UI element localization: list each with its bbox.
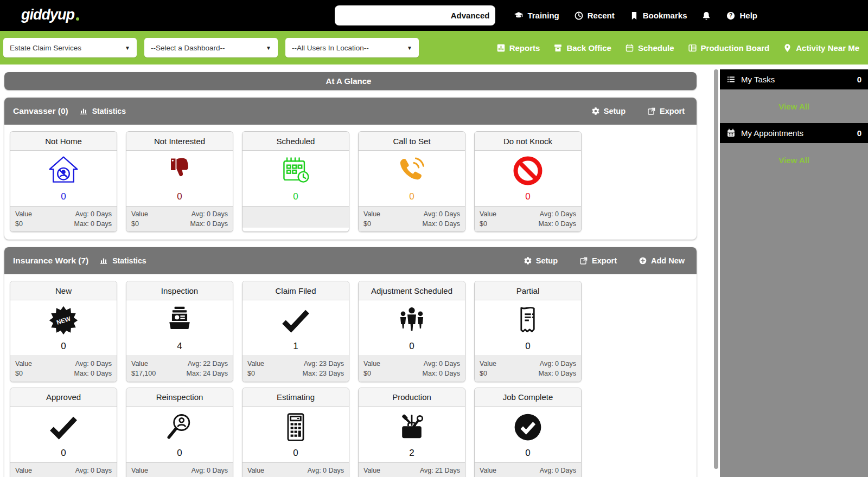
filter-nav-activity-near-me[interactable]: Activity Near Me [783,43,859,53]
stats-icon [99,256,108,265]
action-label: Setup [604,107,626,115]
setup-button[interactable]: Setup [524,256,558,265]
export-button[interactable]: Export [579,256,617,265]
card-title: Not Interested [126,132,233,151]
svg-text:?: ? [729,12,732,18]
card-job-complete[interactable]: Job Complete0ValueAvg: 0 Days [474,388,582,477]
view-all-link-my-appointments[interactable]: View All [720,143,868,177]
setup-button[interactable]: Setup [591,107,626,115]
advanced-search-button[interactable]: Advanced [448,11,490,20]
graduation-cap-icon [514,11,524,21]
card-count: 0 [409,341,414,352]
card-value: Value [363,466,380,477]
value-amount: $0 [15,220,23,228]
card-claim-filed[interactable]: Claim Filed1Value$0Avg: 23 DaysMax: 23 D… [242,281,349,382]
card-adjustment-scheduled[interactable]: Adjustment Scheduled0Value$0Avg: 0 DaysM… [358,281,465,382]
main-scrollbar[interactable] [714,69,718,469]
filter-nav-reports[interactable]: Reports [496,43,540,53]
card-days: Avg: 0 DaysMax: 0 Days [539,359,576,378]
client-select[interactable]: Estate Claim Services▼ [3,38,137,57]
card-days: Avg: 0 DaysMax: 0 Days [74,466,112,477]
card-footer [242,206,349,228]
action-label: Export [660,107,685,115]
brand-logo[interactable]: giddyup [21,8,79,23]
card-footer: Value$0Avg: 0 DaysMax: 0 Days [475,206,581,231]
card-not-home[interactable]: Not Home0Value$0Avg: 0 DaysMax: 0 Days [10,131,117,232]
max-days: Max: 0 Days [423,370,460,377]
card-footer: Value$0Avg: 0 DaysMax: 0 Days [359,206,465,231]
card-count: 0 [525,341,530,352]
export-icon [647,107,656,115]
filter-nav-schedule[interactable]: Schedule [625,43,674,53]
no-entry-icon [512,154,544,187]
card-body: 0 [475,407,581,462]
panel-actions: SetupExport [591,107,685,115]
chevron-down-icon: ▼ [266,45,271,51]
card-body: 0 [475,151,581,206]
card-count: 0 [293,448,298,459]
sidebar-count: 0 [857,128,861,138]
dashboard-select[interactable]: --Select a Dashboard--▼ [144,38,278,57]
max-days: Max: 0 Days [74,370,112,377]
max-days: Max: 0 Days [539,220,576,228]
card-estimating[interactable]: Estimating0ValueAvg: 0 Days [242,388,349,477]
card-body: 1 [242,300,349,356]
top-nav-bell-icon[interactable] [701,11,711,21]
search-box: Advanced [335,5,495,25]
sidebar-title: My Tasks [741,75,775,84]
card-title: Call to Set [359,132,465,151]
avg-days: Avg: 0 Days [540,210,576,218]
card-value: Value$0 [131,209,148,229]
card-new[interactable]: NewNEW0Value$0Avg: 0 DaysMax: 0 Days [10,281,117,382]
card-footer: ValueAvg: 0 Days [126,462,233,477]
statistics-toggle[interactable]: Statistics [99,256,146,265]
card-do-not-knock[interactable]: Do not Knock0Value$0Avg: 0 DaysMax: 0 Da… [474,131,582,232]
top-nav-training[interactable]: Training [514,11,559,21]
card-call-to-set[interactable]: Call to Set0Value$0Avg: 0 DaysMax: 0 Day… [358,131,465,232]
at-a-glance-bar[interactable]: At A Glance [4,72,697,90]
panel-canvasser-0: Canvasser (0)StatisticsSetupExportNot Ho… [4,98,697,240]
action-label: Setup [536,256,558,265]
value-label: Value [480,210,496,218]
panel-title: Insurance Work (7) [13,256,88,266]
top-nav-help[interactable]: ?Help [726,11,757,21]
calendar-icon [625,43,634,53]
gear-icon [591,107,600,115]
card-count: 0 [177,448,182,459]
card-reinspection[interactable]: Reinspection0ValueAvg: 0 Days [126,388,233,477]
filter-nav-production-board[interactable]: Production Board [688,43,770,53]
calendar-clock-icon [279,154,312,187]
top-nav-recent[interactable]: Recent [574,11,615,21]
avg-days: Avg: 0 Days [192,210,228,218]
check-circle-icon [512,411,544,443]
statistics-toggle[interactable]: Statistics [79,107,126,115]
users-select[interactable]: --All Users In Location--▼ [285,38,419,57]
clock-icon [574,11,584,21]
board-icon [688,43,697,53]
value-label: Value [15,467,32,474]
top-nav-bookmarks[interactable]: Bookmarks [629,11,687,21]
search-input[interactable] [341,11,448,21]
panel-title: Canvasser (0) [13,106,68,116]
export-button[interactable]: Export [647,107,685,115]
view-all-link-my-tasks[interactable]: View All [720,89,868,123]
filter-nav-back-office[interactable]: Back Office [553,43,611,53]
card-title: Adjustment Scheduled [359,281,465,300]
card-body: 0 [359,300,465,356]
card-days: Avg: 0 DaysMax: 0 Days [423,359,460,378]
card-partial[interactable]: Partial0Value$0Avg: 0 DaysMax: 0 Days [474,281,582,382]
card-inspection[interactable]: Inspection4Value$17,100Avg: 22 DaysMax: … [126,281,233,382]
card-production[interactable]: Production2ValueAvg: 21 Days [358,388,465,477]
card-not-interested[interactable]: Not Interested0Value$0Avg: 0 DaysMax: 0 … [126,131,233,232]
value-amount: $0 [363,370,371,377]
card-approved[interactable]: Approved0Value$0Avg: 0 DaysMax: 0 Days [10,388,117,477]
card-scheduled[interactable]: Scheduled0 [242,131,349,232]
list-icon [726,75,736,84]
value-amount: $17,100 [131,370,156,377]
card-count: 4 [177,341,182,352]
add-new-button[interactable]: Add New [639,256,685,265]
card-days: Avg: 22 DaysMax: 24 Days [187,359,228,378]
value-label: Value [247,360,264,368]
card-count: 2 [409,448,414,459]
card-value: Value$0 [363,209,380,229]
